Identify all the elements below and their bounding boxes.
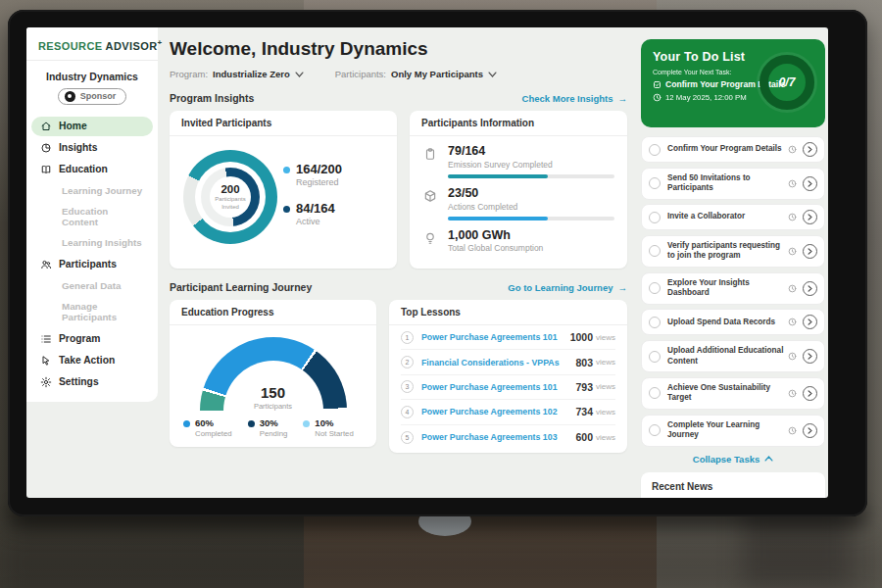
- consumption-value: 1,000 GWh: [448, 229, 543, 243]
- task-row[interactable]: Achieve One Sustainability Target: [641, 377, 825, 410]
- emission-survey-row: 79/164 Emission Survey Completed: [410, 136, 627, 178]
- lesson-link[interactable]: Financial Considerations - VPPAs: [421, 358, 575, 368]
- task-open-button[interactable]: [803, 142, 817, 157]
- task-row[interactable]: Upload Spend Data Records: [641, 309, 825, 335]
- lesson-link[interactable]: Power Purchase Agreements 102: [421, 407, 575, 416]
- task-checkbox[interactable]: [649, 424, 661, 436]
- task-open-button[interactable]: [803, 423, 817, 438]
- sidebar-item-education[interactable]: Education: [31, 160, 153, 179]
- program-insights-title: Program Insights: [170, 92, 254, 104]
- sidebar-item-take-action[interactable]: Take Action: [31, 351, 153, 370]
- task-row[interactable]: Verify participants requesting to join t…: [641, 235, 825, 268]
- chevron-right-icon: [807, 353, 813, 360]
- cube-icon: [423, 189, 437, 203]
- clipboard-icon: [423, 147, 437, 161]
- sidebar-item-general-data[interactable]: General Data: [31, 276, 153, 296]
- task-checkbox[interactable]: [649, 351, 661, 363]
- clock-icon: [788, 213, 797, 221]
- chevron-right-icon: [807, 248, 813, 255]
- task-row[interactable]: Invite a Collaborator: [641, 204, 825, 230]
- todo-summary-card[interactable]: Your To Do List Complete Your Next Task:…: [641, 39, 825, 127]
- clock-icon: [788, 284, 797, 293]
- collapse-tasks-link[interactable]: Collapse Tasks: [641, 454, 825, 465]
- actions-completed-row: 23/50 Actions Completed: [410, 178, 627, 220]
- gear-icon: [40, 376, 52, 388]
- chevron-right-icon: [807, 146, 813, 153]
- task-checkbox[interactable]: [649, 245, 661, 257]
- lesson-link[interactable]: Power Purchase Agreements 101: [421, 332, 570, 342]
- education-progress-card: Education Progress 150 Participants 60%: [170, 300, 376, 447]
- donut-center: 200 Participants Invited: [210, 176, 251, 218]
- participants-information-card: Participants Information 79/164 Emission…: [410, 111, 627, 269]
- task-open-button[interactable]: [803, 244, 817, 259]
- emission-survey-label: Emission Survey Completed: [448, 160, 614, 170]
- clock-icon: [788, 426, 797, 435]
- learning-journey-header: Participant Learning Journey Go to Learn…: [170, 281, 627, 293]
- arrow-right-icon: →: [618, 282, 628, 293]
- legend-registered: 164/200 Registered: [283, 163, 342, 187]
- task-checkbox[interactable]: [649, 177, 661, 189]
- pending-dot: [248, 420, 255, 427]
- task-open-button[interactable]: [803, 281, 817, 296]
- sidebar-item-manage-participants[interactable]: Manage Participants: [31, 297, 153, 327]
- task-open-button[interactable]: [803, 176, 817, 191]
- recent-news-title: Recent News: [652, 481, 814, 498]
- page-title: Welcome, Industry Dynamics: [170, 38, 627, 60]
- top-lessons-title: Top Lessons: [389, 300, 627, 325]
- sidebar-item-participants[interactable]: Participants: [31, 255, 153, 274]
- task-open-button[interactable]: [803, 210, 817, 224]
- sponsor-badge[interactable]: Sponsor: [58, 88, 127, 105]
- invited-donut-chart: 200 Participants Invited: [183, 150, 277, 244]
- monitor-bezel: RESOURCE ADVISOR+ Industry Dynamics Spon…: [8, 10, 867, 516]
- education-legend: 60% Completed 30% Pending: [170, 411, 376, 438]
- sidebar-item-insights[interactable]: Insights: [31, 138, 153, 158]
- program-label: Program:: [170, 69, 208, 79]
- lesson-row: 4 Power Purchase Agreements 102 734 view…: [401, 400, 615, 424]
- gauge-center: 150 Participants: [200, 385, 347, 411]
- go-to-learning-journey-link[interactable]: Go to Learning Journey →: [508, 282, 627, 293]
- task-row[interactable]: Send 50 Invitations to Participants: [641, 168, 825, 200]
- sidebar-item-home[interactable]: Home: [31, 117, 153, 136]
- task-row[interactable]: Complete Your Learning Journey: [641, 415, 825, 447]
- sidebar-item-program[interactable]: Program: [31, 329, 153, 349]
- task-row[interactable]: Upload Additional Educational Content: [641, 340, 825, 372]
- recent-news-card: Recent News: [641, 472, 825, 498]
- task-open-button[interactable]: [803, 315, 817, 329]
- sidebar-item-settings[interactable]: Settings: [31, 372, 153, 392]
- actions-completed-progressbar: [448, 217, 614, 220]
- screen: RESOURCE ADVISOR+ Industry Dynamics Spon…: [26, 27, 828, 498]
- active-value: 84/164: [296, 202, 335, 215]
- task-open-button[interactable]: [803, 386, 817, 401]
- lesson-row: 2 Financial Considerations - VPPAs 803 v…: [401, 350, 615, 374]
- task-open-button[interactable]: [803, 349, 817, 364]
- learning-journey-title: Participant Learning Journey: [170, 281, 312, 293]
- sponsor-label: Sponsor: [80, 91, 117, 101]
- clock-icon: [653, 93, 662, 102]
- participants-dropdown[interactable]: Participants: Only My Participants: [335, 69, 497, 79]
- lesson-row: 3 Power Purchase Agreements 101 793 view…: [401, 375, 615, 400]
- task-checkbox[interactable]: [649, 144, 661, 156]
- lesson-link[interactable]: Power Purchase Agreements 101: [421, 382, 575, 392]
- check-square-icon: [653, 80, 662, 89]
- check-more-insights-link[interactable]: Check More Insights →: [522, 93, 627, 104]
- active-label: Active: [296, 217, 335, 226]
- program-dropdown[interactable]: Program: Industrialize Zero: [170, 69, 304, 79]
- chevron-right-icon: [807, 318, 813, 325]
- insights-cards-row: Invited Participants 200 Participants In…: [170, 111, 627, 269]
- task-checkbox[interactable]: [649, 212, 661, 223]
- sidebar-item-learning-insights[interactable]: Learning Insights: [31, 233, 153, 253]
- sidebar-item-education-content[interactable]: Education Content: [31, 202, 153, 232]
- invited-total-label: Participants Invited: [210, 196, 251, 211]
- sidebar-item-learning-journey[interactable]: Learning Journey: [31, 181, 153, 201]
- task-checkbox[interactable]: [649, 387, 661, 399]
- lesson-rank: 2: [401, 356, 414, 368]
- lesson-link[interactable]: Power Purchase Agreements 103: [421, 432, 575, 442]
- app-logo[interactable]: RESOURCE ADVISOR+: [26, 27, 158, 61]
- task-list: Confirm Your Program Details Send 50 Inv…: [641, 136, 825, 447]
- chevron-right-icon: [807, 180, 813, 187]
- task-checkbox[interactable]: [649, 282, 661, 294]
- task-row[interactable]: Explore Your Insights Dashboard: [641, 272, 825, 305]
- task-checkbox[interactable]: [649, 317, 661, 328]
- clock-icon: [788, 389, 797, 398]
- task-row[interactable]: Confirm Your Program Details: [641, 136, 825, 163]
